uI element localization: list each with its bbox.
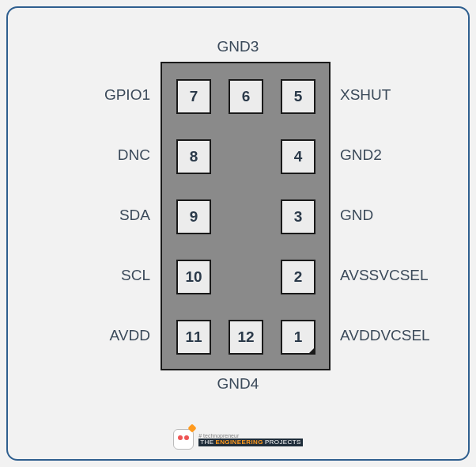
label-gnd2: GND2 — [340, 146, 382, 164]
label-avdd: AVDD — [55, 327, 150, 344]
label-gpio1: GPIO1 — [55, 86, 150, 104]
label-gnd: GND — [340, 207, 373, 224]
label-scl: SCL — [55, 267, 150, 284]
label-xshut: XSHUT — [340, 86, 391, 104]
label-dnc: DNC — [55, 146, 150, 164]
bottom-net-label: GND4 — [8, 375, 468, 393]
label-avssvcsel: AVSSVCSEL — [340, 267, 429, 284]
logo-robot-icon — [173, 429, 194, 450]
pin-6: 6 — [229, 79, 263, 114]
pin-2: 2 — [281, 260, 315, 294]
pin-8: 8 — [176, 139, 211, 174]
pin-4: 4 — [281, 139, 315, 174]
pin-7: 7 — [176, 79, 211, 114]
pin-12: 12 — [229, 320, 263, 355]
diagram-frame: GND3 GND4 7 6 5 4 3 2 11 12 1 8 9 10 GPI… — [6, 6, 470, 461]
chip-body: 7 6 5 4 3 2 11 12 1 8 9 10 — [161, 62, 331, 370]
watermark-logo: # technopreneur THE ENGINEERING PROJECTS — [8, 429, 468, 450]
pin-1: 1 — [281, 320, 315, 355]
label-avddvcsel: AVDDVCSEL — [340, 327, 430, 344]
logo-wordmark: THE ENGINEERING PROJECTS — [198, 439, 303, 446]
top-net-label: GND3 — [8, 38, 468, 55]
pin-10: 10 — [176, 260, 211, 294]
label-sda: SDA — [55, 207, 150, 224]
pin-11: 11 — [176, 320, 211, 355]
pin-5: 5 — [281, 79, 315, 114]
pin-9: 9 — [176, 199, 211, 234]
logo-tagline: # technopreneur — [198, 433, 303, 439]
pin-3: 3 — [281, 199, 315, 234]
